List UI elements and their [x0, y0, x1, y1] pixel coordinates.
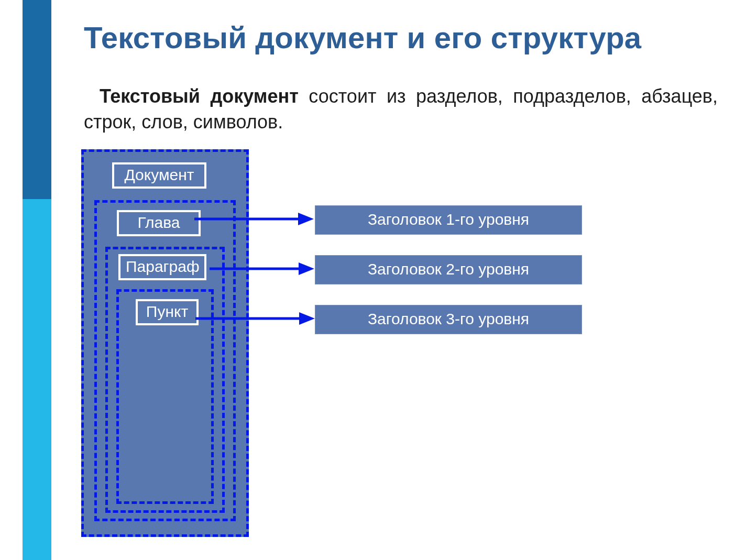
heading-level-1: Заголовок 1-го уровня [315, 205, 582, 235]
nesting-box-paragraph: Параграф Пункт [105, 247, 225, 513]
heading-level-3: Заголовок 3-го уровня [315, 305, 582, 334]
svg-marker-1 [298, 213, 314, 225]
nesting-box-chapter: Глава Параграф Пункт [94, 200, 236, 521]
svg-marker-5 [299, 312, 315, 325]
nesting-box-item: Пункт [116, 289, 214, 504]
label-item: Пункт [136, 299, 199, 325]
label-document: Документ [112, 162, 206, 189]
slide-title: Текстовый документ и его структура [84, 20, 712, 55]
label-chapter: Глава [117, 210, 201, 236]
label-paragraph: Параграф [118, 254, 206, 280]
heading-level-2: Заголовок 2-го уровня [315, 255, 582, 284]
sidebar-accent-top [23, 0, 51, 199]
body-lead: Текстовый документ [100, 85, 299, 107]
sidebar-accent-bottom [23, 199, 51, 560]
nesting-diagram-outer: Документ Глава Параграф Пункт [81, 149, 249, 537]
slide-body-text: Текстовый документ состоит из разделов, … [84, 84, 718, 135]
svg-marker-3 [299, 262, 314, 275]
